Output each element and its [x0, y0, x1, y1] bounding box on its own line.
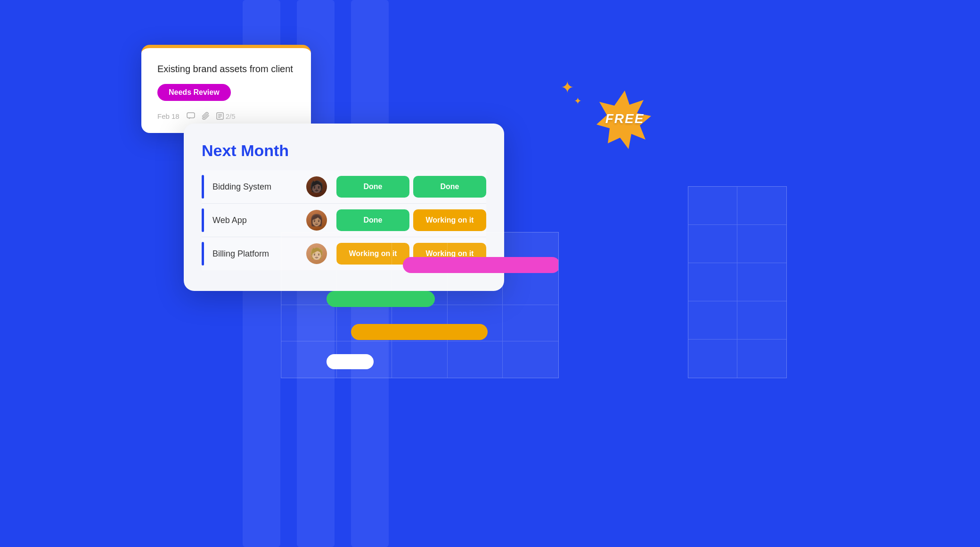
checklist-icon: 2/5 — [216, 112, 236, 120]
gantt-cell — [448, 269, 503, 305]
row-indicator — [202, 242, 204, 265]
gantt-cell — [281, 305, 337, 341]
row-indicator — [202, 175, 204, 199]
gantt-right-cell — [688, 263, 737, 301]
card-brand-title: Existing brand assets from client — [157, 62, 295, 75]
gantt-bar-orange — [351, 324, 488, 340]
gantt-right-cell — [737, 301, 786, 340]
free-badge-container: ✦ ✦ FREE — [595, 89, 655, 149]
gantt-cell — [281, 232, 337, 269]
gantt-cell — [448, 341, 503, 378]
sparkle-stars: ✦ ✦ — [561, 79, 582, 106]
gantt-bar-pink — [403, 257, 559, 273]
row-indicator — [202, 208, 204, 232]
free-badge-seal: FREE — [595, 89, 655, 149]
star-small-icon: ✦ — [574, 96, 582, 106]
attachment-icon — [202, 112, 210, 120]
gantt-right-cell — [737, 340, 786, 378]
gantt-cell — [503, 305, 558, 341]
star-large-icon: ✦ — [561, 79, 574, 95]
gantt-right-cell — [688, 225, 737, 263]
card-brand-assets: Existing brand assets from client Needs … — [141, 45, 311, 133]
svg-rect-0 — [187, 113, 195, 118]
gantt-right-cell — [688, 187, 737, 225]
gantt-cell — [503, 341, 558, 378]
gantt-right-cell — [688, 340, 737, 378]
gantt-chart — [281, 232, 559, 378]
comment-icon — [186, 111, 196, 121]
avatar: 👩🏽 — [306, 210, 327, 231]
card-brand-footer: Feb 18 2/5 — [157, 111, 295, 121]
row-name-webapp: Web App — [212, 215, 306, 225]
gantt-bar-green — [327, 291, 435, 307]
gantt-right-cell — [737, 263, 786, 301]
status-done-3: Done — [336, 209, 409, 231]
gantt-cell — [337, 232, 392, 269]
gantt-cell — [392, 341, 448, 378]
avatar: 🧑🏿 — [306, 176, 327, 197]
status-working-1: Working on it — [413, 209, 486, 231]
row-name-bidding: Bidding System — [212, 182, 306, 192]
status-done-1: Done — [336, 176, 409, 198]
gantt-right-cell — [737, 225, 786, 263]
gantt-right-panel — [688, 186, 787, 378]
table-row: Bidding System 🧑🏿 Done Done — [202, 170, 486, 204]
card-brand-date: Feb 18 — [157, 112, 180, 120]
gantt-bar-white — [327, 354, 374, 369]
card-table-title: Next Month — [202, 141, 486, 160]
gantt-right-cell — [688, 301, 737, 340]
free-label: FREE — [605, 111, 645, 126]
gantt-right-cell — [737, 187, 786, 225]
checklist-count: 2/5 — [226, 112, 236, 120]
gantt-cell — [503, 269, 558, 305]
status-done-2: Done — [413, 176, 486, 198]
badge-needs-review: Needs Review — [157, 84, 231, 101]
